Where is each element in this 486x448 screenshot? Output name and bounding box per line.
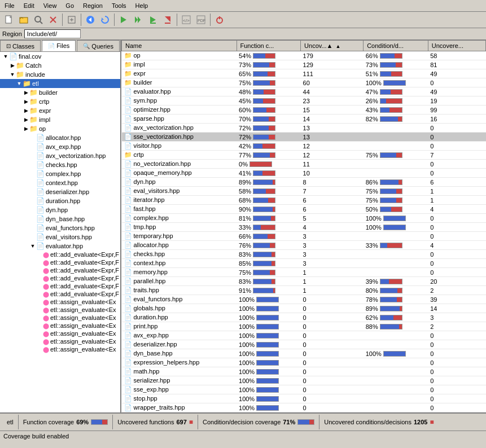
tree-item-final-cov[interactable]: ▼ 📄 final.cov [0, 52, 120, 61]
table-row[interactable]: 📄opaque_memory.hpp41%100 [122, 169, 486, 178]
table-row[interactable]: 📄fast.hpp90%650%4 [122, 205, 486, 214]
step-button[interactable] [146, 13, 160, 27]
tree-item-dyn[interactable]: 📄 dyn.hpp [0, 205, 120, 214]
tree-item-evaluator[interactable]: ▼ 📄 evaluator.hpp [0, 241, 120, 251]
power-button[interactable] [213, 13, 226, 27]
table-row[interactable]: 📄dyn_base.hpp100%0100%0 [122, 349, 486, 358]
tree-item-assign5[interactable]: ⬤ etl::assign_evaluate<Ex [0, 330, 120, 337]
stop-button[interactable] [161, 13, 174, 27]
tree-item-op[interactable]: ▶ 📁 op [0, 124, 120, 133]
table-row[interactable]: 📄sym.hpp45%2326%19 [122, 96, 486, 106]
tree-item-dyn-base[interactable]: 📄 dyn_base.hpp [0, 214, 120, 223]
tree-item-allocator[interactable]: 📄 allocator.hpp [0, 133, 120, 142]
tree-item-avx-vec[interactable]: 📄 avx_vectorization.hpp [0, 151, 120, 160]
menu-help[interactable]: Help [131, 1, 153, 10]
new-button[interactable] [2, 13, 16, 27]
table-row[interactable]: 📄expression_helpers.hpp100%00 [122, 358, 486, 367]
tree-item-add5[interactable]: ⬤ etl::add_evaluate<Expr,F [0, 282, 120, 290]
table-row[interactable]: 📄iterator.hpp68%675%1 [122, 196, 486, 205]
table-row[interactable]: 📄avx_exp.hpp100%00 [122, 331, 486, 340]
col-uncov-cond[interactable]: Uncovere... [428, 41, 485, 51]
table-row[interactable]: 📄tmp.hpp33%4100%0 [122, 223, 486, 232]
run1-button[interactable] [117, 13, 130, 27]
menu-go[interactable]: Go [61, 1, 78, 10]
tree-toggle-expr[interactable]: ▶ [23, 108, 29, 113]
table-row[interactable]: 📄sparse.hpp70%1482%16 [122, 115, 486, 124]
menu-view[interactable]: View [39, 1, 62, 10]
table-row[interactable]: 📄traits.hpp91%180%2 [122, 286, 486, 295]
table-row[interactable]: 📄eval_visitors.hpp58%775%1 [122, 187, 486, 196]
col-cond[interactable]: Condition/d... [364, 41, 428, 51]
refresh-button[interactable] [98, 13, 112, 27]
tree-item-add3[interactable]: ⬤ etl::add_evaluate<Expr,F [0, 266, 120, 274]
table-row[interactable]: 📄optimizer.hpp60%1543%99 [122, 106, 486, 115]
table-row[interactable]: 📄print.hpp100%088%2 [122, 322, 486, 331]
back-button[interactable] [84, 13, 97, 27]
table-row[interactable]: 📄serializer.hpp100%00 [122, 376, 486, 385]
tree-item-avx-exp[interactable]: 📄 avx_exp.hpp [0, 142, 120, 151]
tab-classes[interactable]: ⊡ Classes [0, 40, 41, 51]
tree-item-assign3[interactable]: ⬤ etl::assign_evaluate<Ex [0, 314, 120, 322]
tab-queries[interactable]: 🔍 Queries [77, 40, 120, 51]
tab-files[interactable]: 📄 Files [42, 40, 76, 51]
menu-file[interactable]: File [0, 1, 19, 10]
table-row[interactable]: 📄globals.hpp100%089%14 [122, 304, 486, 313]
tree-item-duration[interactable]: 📄 duration.hpp [0, 196, 120, 205]
table-row[interactable]: 📄dyn.hpp89%886%6 [122, 178, 486, 187]
table-container[interactable]: Name Function c... Uncov...▲ ▲ Condition… [121, 40, 486, 412]
tree-item-deserializer[interactable]: 📄 deserializer.hpp [0, 187, 120, 196]
table-row[interactable]: 📄deserializer.hpp100%00 [122, 340, 486, 349]
open-button[interactable] [17, 13, 30, 27]
tree-toggle-crtp[interactable]: ▶ [23, 99, 29, 104]
tree-item-catch[interactable]: ▶ 📁 Catch [0, 61, 120, 70]
tree-item-assign2[interactable]: ⬤ etl::assign_evaluate<Ex [0, 306, 120, 314]
table-row[interactable]: 📄evaluator.hpp48%4447%49 [122, 87, 486, 96]
tree-toggle-builder[interactable]: ▶ [23, 90, 29, 95]
tree-item-eval-visitors[interactable]: 📄 eval_visitors.hpp [0, 232, 120, 241]
tree-item-checks[interactable]: 📄 checks.hpp [0, 160, 120, 169]
table-row[interactable]: 📄eval_functors.hpp100%078%39 [122, 295, 486, 304]
tree-item-context[interactable]: 📄 context.hpp [0, 178, 120, 187]
tree-item-expr[interactable]: ▶ 📁 expr [0, 106, 120, 115]
tree-toggle-etl[interactable]: ▼ [16, 81, 23, 86]
table-row[interactable]: 📄avx_vectorization.hpp72%130 [122, 124, 486, 133]
table-row[interactable]: 📁op54%17966%58 [122, 51, 486, 60]
tree-item-complex[interactable]: 📄 complex.hpp [0, 169, 120, 178]
build-button[interactable] [65, 13, 78, 27]
tree-toggle-final-cov[interactable]: ▼ [2, 54, 9, 59]
menu-region[interactable]: Region [78, 1, 107, 10]
tree-toggle-impl[interactable]: ▶ [23, 117, 29, 122]
export2-button[interactable]: PDF [194, 13, 208, 27]
tree-item-assign6[interactable]: ⬤ etl::assign_evaluate<Ex [0, 337, 120, 345]
table-row[interactable]: 📁builder75%60100%0 [122, 78, 486, 87]
table-row[interactable]: 📄complex.hpp81%5100%0 [122, 214, 486, 223]
table-row[interactable]: 📄checks.hpp83%30 [122, 250, 486, 259]
table-row[interactable]: 📄context.hpp85%30 [122, 259, 486, 268]
table-row[interactable]: 📄math.hpp100%00 [122, 367, 486, 376]
table-row[interactable]: 📄temporary.hpp66%30 [122, 232, 486, 241]
tree-item-include[interactable]: ▼ 📁 include [0, 70, 120, 79]
table-row[interactable]: 📄stop.hpp100%00 [122, 394, 486, 403]
tree-item-add4[interactable]: ⬤ etl::add_evaluate<Expr,F [0, 274, 120, 282]
search-button[interactable] [32, 13, 45, 27]
tree-item-assign1[interactable]: ⬤ etl::assign_evaluate<Ex [0, 298, 120, 306]
tree-toggle-include[interactable]: ▼ [9, 72, 16, 77]
table-row[interactable]: 📁expr65%11151%49 [122, 69, 486, 78]
table-row[interactable]: 📄duration.hpp100%062%3 [122, 313, 486, 322]
tree-item-crtp[interactable]: ▶ 📁 crtp [0, 97, 120, 106]
tree-item-add1[interactable]: ⬤ etl::add_evaluate<Expr,F [0, 251, 120, 258]
table-row[interactable]: 📄allocator.hpp76%333%4 [122, 241, 486, 250]
tree-item-builder[interactable]: ▶ 📁 builder [0, 88, 120, 97]
menu-tools[interactable]: Tools [107, 1, 131, 10]
export1-button[interactable]: </> [179, 13, 193, 27]
col-func[interactable]: Function c... [237, 41, 301, 51]
tree-toggle-op[interactable]: ▶ [23, 126, 29, 131]
menu-edit[interactable]: Edit [19, 1, 39, 10]
table-row[interactable]: 📄wrapper_traits.hpp100%00 [122, 403, 486, 412]
col-uncov-func[interactable]: Uncov...▲ ▲ [301, 41, 364, 51]
table-row[interactable]: 📄sse_exp.hpp100%00 [122, 385, 486, 394]
tree-item-assign4[interactable]: ⬤ etl::assign_evaluate<Ex [0, 322, 120, 330]
table-row[interactable]: 📁impl73%12973%81 [122, 60, 486, 69]
tree-toggle-evaluator[interactable]: ▼ [29, 243, 36, 249]
tree-item-add2[interactable]: ⬤ etl::add_evaluate<Expr,F [0, 258, 120, 266]
